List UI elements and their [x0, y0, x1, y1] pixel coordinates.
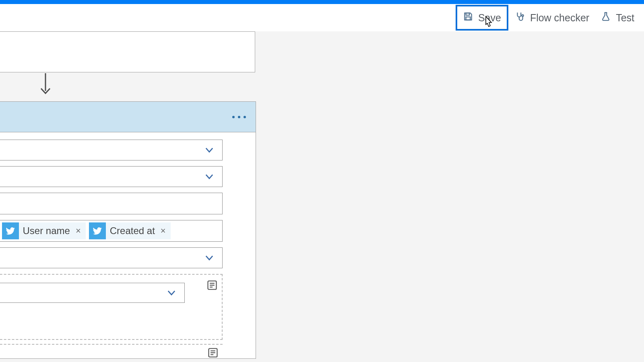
- flow-checker-button[interactable]: Flow checker: [509, 6, 595, 29]
- action-card: .) × xt × User name ×: [0, 101, 256, 359]
- dropdown-field-2[interactable]: [0, 166, 223, 187]
- app-top-bar: [0, 0, 644, 4]
- connector-arrow-icon: [39, 73, 52, 95]
- dynamic-content-icon[interactable]: [206, 346, 219, 359]
- chevron-down-icon: [166, 287, 177, 298]
- dynamic-token-createdat[interactable]: Created at ×: [89, 222, 171, 239]
- svg-point-2: [522, 15, 523, 16]
- token-field-1[interactable]: .) ×: [0, 193, 223, 214]
- svg-rect-0: [466, 13, 469, 15]
- chevron-down-icon: [204, 171, 215, 182]
- dynamic-content-icon[interactable]: [206, 279, 219, 292]
- sub-dropdown-field[interactable]: [0, 283, 185, 303]
- token-label: Created at: [110, 225, 155, 237]
- designer-canvas: .) × xt × User name ×: [0, 31, 644, 362]
- more-menu-icon[interactable]: [232, 102, 246, 132]
- chevron-down-icon: [204, 252, 215, 263]
- token-field-2[interactable]: xt × User name × Created at ×: [0, 220, 223, 242]
- twitter-icon: [89, 222, 106, 239]
- save-button-label: Save: [478, 12, 501, 24]
- trigger-card[interactable]: [0, 31, 255, 72]
- svg-rect-1: [466, 17, 470, 20]
- flow-checker-label: Flow checker: [530, 12, 589, 24]
- action-card-body: .) × xt × User name ×: [0, 132, 256, 358]
- repeating-section-2: [0, 344, 223, 358]
- command-bar: Save Flow checker Test: [0, 4, 644, 31]
- remove-token-icon[interactable]: ×: [159, 226, 167, 236]
- save-button[interactable]: Save: [456, 5, 508, 31]
- dropdown-field-1[interactable]: [0, 140, 223, 160]
- twitter-icon: [2, 222, 19, 239]
- remove-token-icon[interactable]: ×: [74, 226, 83, 236]
- stethoscope-icon: [515, 11, 525, 24]
- chevron-down-icon: [204, 144, 215, 156]
- action-card-header[interactable]: [0, 102, 256, 132]
- token-label: User name: [23, 225, 70, 237]
- save-icon: [463, 11, 473, 24]
- flask-icon: [601, 11, 611, 24]
- test-button[interactable]: Test: [595, 6, 640, 29]
- dynamic-token-username[interactable]: User name ×: [2, 222, 86, 239]
- repeating-section: [0, 274, 223, 340]
- test-label: Test: [616, 12, 634, 24]
- dropdown-field-3[interactable]: [0, 247, 223, 268]
